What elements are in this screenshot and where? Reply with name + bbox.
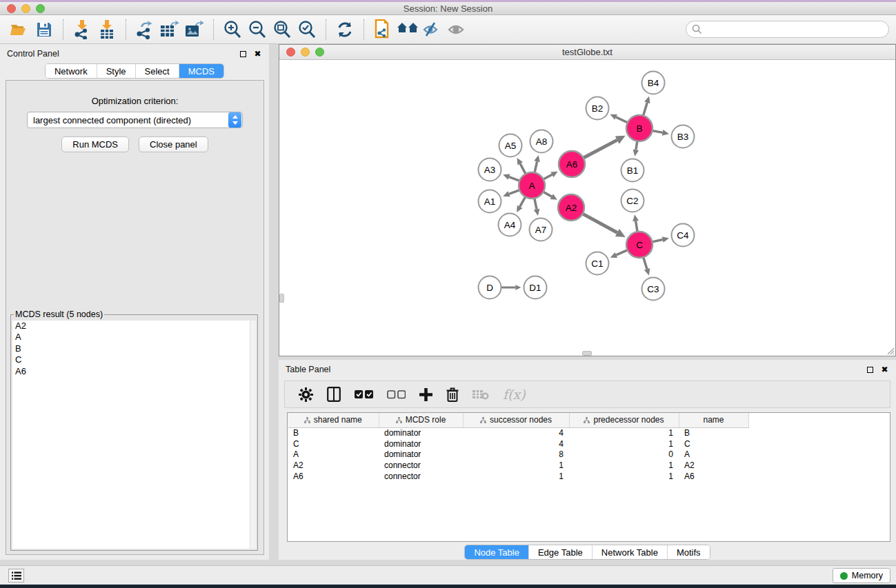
tab-network[interactable]: Network [46,64,97,78]
result-item[interactable]: A2 [12,321,256,332]
table-cell[interactable]: C [679,438,748,449]
network-graph[interactable]: B4B2BB3A8A5A6B1A3AC2A1A2A4A7C4CC1C3DD1 [279,60,895,356]
apply-layout-button[interactable] [332,19,357,41]
result-item[interactable]: A6 [12,366,256,377]
export-image-button[interactable] [182,19,207,41]
export-network-button[interactable] [132,19,157,41]
table-row[interactable]: A6connector11A6 [288,471,748,482]
table-cell[interactable]: A6 [679,471,748,482]
table-cell[interactable]: connector [379,460,463,471]
function-builder-button[interactable]: f(x) [503,387,526,402]
close-table-panel-icon[interactable]: ✖ [880,365,889,374]
network-from-selection-button[interactable] [370,19,395,41]
tab-select[interactable]: Select [135,64,179,78]
result-scrollbar[interactable] [250,321,256,549]
resize-grip-icon[interactable] [886,346,895,355]
table-cell[interactable]: 1 [463,460,569,471]
table-cell[interactable]: A6 [288,471,379,482]
horizontal-scroll-thumb[interactable] [582,351,592,356]
delete-column-button[interactable] [446,387,459,402]
table-cell[interactable]: 4 [463,427,569,438]
edge-C-C1[interactable] [616,250,628,255]
edge-A2-C[interactable] [582,214,617,233]
table-cell[interactable]: connector [379,471,463,482]
table-cell[interactable]: 1 [569,438,679,449]
edge-A-A6[interactable] [543,174,552,179]
tab-node-table[interactable]: Node Table [465,545,528,559]
zoom-fit-button[interactable] [270,19,295,41]
table-cell[interactable]: 1 [569,471,679,482]
table-cell[interactable]: 8 [463,449,569,460]
tab-motifs[interactable]: Motifs [667,545,710,559]
edge-A-A7[interactable] [535,198,537,210]
table-cell[interactable]: B [288,427,379,438]
table-cell[interactable]: A [679,449,748,460]
tab-style[interactable]: Style [97,64,135,78]
float-panel-icon[interactable] [239,50,248,59]
mcds-result-list[interactable]: A2ABCA6 [12,321,256,549]
close-panel-icon[interactable]: ✖ [253,50,262,59]
edge-A-A3[interactable] [509,177,520,181]
result-item[interactable]: A [12,332,256,343]
edge-A-A5[interactable] [520,163,526,174]
column-header[interactable]: MCDS role [379,413,463,427]
vertical-scroll-thumb[interactable] [279,294,284,303]
edge-C-C3[interactable] [643,256,647,269]
table-cell[interactable]: dominator [379,449,463,460]
import-table-button[interactable] [94,19,119,41]
criterion-dropdown[interactable]: largest connected component (directed) [27,112,243,128]
save-session-button[interactable] [32,19,57,41]
zoom-out-button[interactable] [245,19,270,41]
edge-B-B3[interactable] [652,130,663,132]
table-cell[interactable]: dominator [379,438,463,449]
table-row[interactable]: Bdominator41B [288,427,748,438]
search-input[interactable] [686,21,889,38]
table-cell[interactable]: B [679,427,748,438]
open-session-button[interactable] [7,19,32,41]
table-cell[interactable]: A2 [679,460,748,471]
table-settings-button[interactable] [299,387,313,402]
tab-mcds[interactable]: MCDS [179,64,223,78]
deselect-all-columns-button[interactable] [387,390,406,399]
memory-button[interactable]: Memory [833,568,890,583]
node-table-grid[interactable]: shared nameMCDS rolesuccessor nodesprede… [288,413,749,482]
result-item[interactable]: B [12,343,256,354]
result-item[interactable]: C [12,354,256,365]
edge-B-B4[interactable] [643,103,647,116]
zoom-selected-button[interactable] [295,19,319,41]
column-header[interactable]: shared name [288,413,379,427]
hide-selected-button[interactable] [420,19,445,41]
table-cell[interactable]: 0 [569,449,679,460]
export-table-button[interactable] [157,19,182,41]
table-cell[interactable]: dominator [379,427,463,438]
column-header[interactable]: predecessor nodes [569,413,679,427]
table-cell[interactable]: 1 [463,471,569,482]
table-row[interactable]: Cdominator41C [288,438,748,449]
edge-A6-B[interactable] [583,140,617,158]
home-view-button[interactable] [395,19,420,41]
edge-C-C2[interactable] [636,221,638,233]
select-all-columns-button[interactable] [355,390,373,399]
edge-B-B2[interactable] [616,117,628,123]
tab-edge-table[interactable]: Edge Table [528,545,592,559]
edge-A-A8[interactable] [535,161,537,173]
column-header[interactable]: name [679,413,748,427]
table-cell[interactable]: A [288,449,379,460]
table-row[interactable]: A2connector11A2 [288,460,748,471]
column-header[interactable]: successor nodes [463,413,569,427]
run-mcds-button[interactable]: Run MCDS [61,136,129,152]
table-cell[interactable]: 4 [463,438,569,449]
network-canvas[interactable]: B4B2BB3A8A5A6B1A3AC2A1A2A4A7C4CC1C3DD1 [279,60,895,356]
edge-C-C4[interactable] [652,239,663,242]
close-panel-button[interactable]: Close panel [139,136,208,152]
float-table-panel-icon[interactable] [866,365,875,374]
edge-A-A1[interactable] [509,190,520,194]
table-cell[interactable]: C [288,438,379,449]
delete-table-button[interactable] [472,389,489,400]
add-column-button[interactable] [419,388,432,401]
table-cell[interactable]: A2 [288,460,379,471]
table-cell[interactable]: 1 [569,427,679,438]
table-row[interactable]: Adominator80A [288,449,748,460]
edge-A-A4[interactable] [520,196,526,207]
task-history-button[interactable] [8,569,24,582]
